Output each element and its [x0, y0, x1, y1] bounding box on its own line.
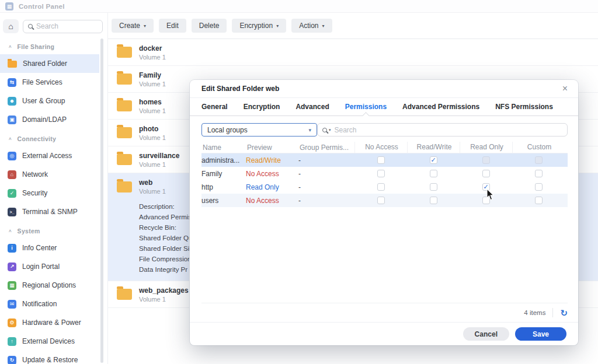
read-write-checkbox[interactable]	[430, 183, 437, 191]
cell-read-only	[460, 156, 512, 164]
no-access-checkbox[interactable]	[377, 156, 385, 164]
dialog-search-input[interactable]	[335, 126, 562, 134]
sidebar-item-label: Update & Restore	[22, 356, 78, 364]
sidebar-item-file-services[interactable]: ⇆File Services	[0, 73, 99, 92]
chevron-down-icon: ▾	[308, 127, 311, 133]
folder-name: homes	[139, 98, 166, 106]
sidebar-section-system[interactable]: ∧System	[0, 225, 107, 237]
group-type-value: Local groups	[207, 126, 248, 134]
close-icon[interactable]: ×	[562, 84, 568, 93]
toolbar: Create▾EditDeleteEncryption▾Action▾	[108, 13, 598, 38]
permission-row-family[interactable]: FamilyNo Access-	[201, 167, 568, 180]
edit-button[interactable]: Edit	[159, 19, 186, 33]
permissions-table-header: NamePreviewGroup Permis...No AccessRead/…	[201, 142, 568, 153]
cell-read-write	[407, 197, 460, 204]
network-icon: ⌂	[8, 170, 16, 179]
sidebar-item-notification[interactable]: ✉Notification	[0, 295, 99, 313]
sidebar-search[interactable]	[23, 20, 103, 33]
folder-volume: Volume 1	[139, 161, 179, 168]
folder-volume: Volume 1	[139, 107, 166, 114]
folder-icon	[117, 181, 132, 192]
read-only-checkbox[interactable]	[482, 197, 490, 204]
permission-row-http[interactable]: httpRead Only-	[201, 180, 568, 194]
no-access-checkbox[interactable]	[377, 197, 385, 204]
sidebar-item-login-portal[interactable]: ↗Login Portal	[0, 257, 99, 276]
sidebar-item-label: Notification	[22, 300, 57, 308]
cell-no-access	[354, 183, 407, 191]
tab-general[interactable]: General	[201, 103, 228, 111]
folder-row-docker[interactable]: dockerVolume 1	[108, 39, 598, 66]
notification-icon: ✉	[8, 300, 16, 309]
sidebar-item-security[interactable]: ✓Security	[0, 184, 99, 202]
tab-permissions[interactable]: Permissions	[345, 103, 387, 111]
sidebar-item-user-group[interactable]: ☻User & Group	[0, 92, 99, 110]
sidebar-item-network[interactable]: ⌂Network	[0, 165, 99, 184]
dialog-search[interactable]: ▾	[317, 123, 568, 136]
hardware-power-icon: ⚙	[8, 318, 16, 327]
save-button[interactable]: Save	[515, 327, 566, 341]
tab-advanced-permissions[interactable]: Advanced Permissions	[402, 103, 479, 111]
tab-encryption[interactable]: Encryption	[244, 103, 280, 111]
sidebar-item-external-devices[interactable]: ↑External Devices	[0, 332, 99, 351]
group-type-select[interactable]: Local groups ▾	[201, 123, 317, 136]
sidebar-section-file-sharing[interactable]: ∧File Sharing	[0, 40, 107, 53]
read-write-checkbox[interactable]	[430, 156, 437, 164]
folder-volume: Volume 1	[139, 80, 166, 88]
read-only-checkbox[interactable]	[482, 170, 490, 177]
search-caret-icon: ▾	[329, 128, 331, 132]
custom-checkbox[interactable]	[535, 183, 543, 191]
sidebar-search-input[interactable]	[36, 22, 98, 30]
home-button[interactable]: ⌂	[3, 19, 19, 33]
create-button[interactable]: Create▾	[112, 19, 154, 33]
cell-group-permission: -	[298, 183, 354, 191]
column-header-custom[interactable]: Custom	[512, 142, 565, 153]
column-header-read-only[interactable]: Read Only	[460, 142, 512, 153]
sidebar-item-domain-ldap[interactable]: ▣Domain/LDAP	[0, 110, 99, 129]
column-header-read-write[interactable]: Read/Write	[407, 142, 460, 153]
delete-button[interactable]: Delete	[192, 19, 227, 33]
read-write-checkbox[interactable]	[430, 197, 437, 204]
column-header-preview[interactable]: Preview	[246, 144, 298, 152]
sidebar-item-info-center[interactable]: iInfo Center	[0, 239, 99, 257]
column-header-no-access[interactable]: No Access	[354, 142, 407, 153]
permission-row-administra[interactable]: administra...Read/Write-	[201, 153, 568, 167]
sidebar-item-shared-folder[interactable]: Shared Folder	[0, 54, 99, 73]
cell-preview: Read Only	[246, 183, 298, 191]
sidebar-item-regional-options[interactable]: ▦Regional Options	[0, 276, 99, 295]
sidebar-item-label: File Services	[22, 78, 62, 86]
cell-no-access	[354, 156, 407, 164]
column-header-name[interactable]: Name	[201, 144, 246, 152]
refresh-icon[interactable]: ↻	[560, 309, 568, 317]
sidebar-item-external-access[interactable]: ◎External Access	[0, 146, 99, 165]
tab-nfs-permissions[interactable]: NFS Permissions	[495, 103, 553, 111]
security-icon: ✓	[8, 189, 16, 198]
sidebar-item-label: Domain/LDAP	[22, 116, 67, 124]
sidebar-item-terminal-snmp[interactable]: >_Terminal & SNMP	[0, 202, 99, 221]
custom-checkbox[interactable]	[535, 197, 543, 204]
regional-options-icon: ▦	[8, 281, 16, 290]
folder-text: photoVolume 1	[139, 125, 166, 141]
column-header-group-permis[interactable]: Group Permis...	[298, 144, 354, 152]
sidebar-nav: ∧File SharingShared Folder⇆File Services…	[0, 40, 107, 364]
sidebar-item-hardware-power[interactable]: ⚙Hardware & Power	[0, 313, 99, 332]
encryption-button[interactable]: Encryption▾	[232, 19, 286, 33]
cell-no-access	[354, 197, 407, 204]
read-only-checkbox[interactable]	[482, 183, 490, 191]
cancel-button[interactable]: Cancel	[463, 327, 509, 341]
sidebar-item-update-restore[interactable]: ↻Update & Restore	[0, 351, 99, 364]
chevron-down-icon: ▾	[322, 23, 325, 29]
folder-text: homesVolume 1	[139, 98, 166, 114]
file-services-icon: ⇆	[8, 78, 16, 87]
sidebar-section-label: System	[18, 228, 40, 235]
sidebar-section-connectivity[interactable]: ∧Connectivity	[0, 132, 107, 145]
custom-checkbox[interactable]	[535, 170, 543, 177]
permission-row-users[interactable]: usersNo Access-	[201, 194, 568, 207]
action-button[interactable]: Action▾	[291, 19, 332, 33]
no-access-checkbox[interactable]	[377, 170, 385, 177]
tab-advanced[interactable]: Advanced	[295, 103, 329, 111]
read-write-checkbox[interactable]	[430, 170, 437, 177]
sidebar-scrollbar[interactable]	[100, 38, 103, 363]
permissions-table: NamePreviewGroup Permis...No AccessRead/…	[190, 136, 578, 207]
no-access-checkbox[interactable]	[377, 183, 385, 191]
sidebar-item-label: Regional Options	[22, 281, 76, 289]
